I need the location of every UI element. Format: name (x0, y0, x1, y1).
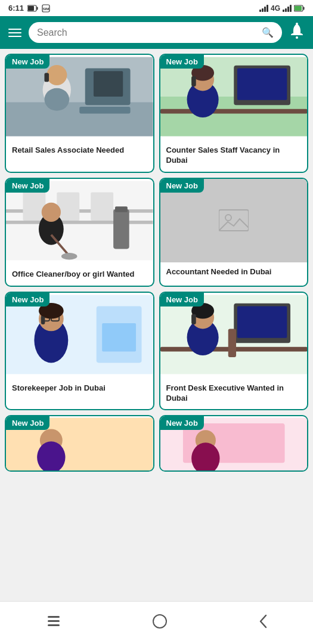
svg-rect-44 (102, 323, 136, 351)
svg-rect-1 (37, 7, 38, 10)
job-card-1[interactable]: New Job Retail Sales Associate Needed (5, 54, 154, 173)
status-bar: 6:11 SIM 4G (0, 0, 313, 16)
bottom-spacer (0, 476, 313, 518)
svg-rect-70 (48, 624, 60, 626)
battery-icon (27, 5, 38, 12)
sim-icon: SIM (42, 4, 50, 13)
svg-rect-11 (6, 102, 153, 136)
svg-point-39 (61, 253, 78, 259)
network-type: 4G (271, 4, 280, 13)
svg-rect-22 (237, 69, 286, 100)
job-card-4[interactable]: New Job Accountant Needed in Dubai (159, 178, 309, 287)
svg-rect-18 (44, 73, 49, 82)
new-job-badge-1: New Job (6, 55, 49, 69)
new-job-badge-5: New Job (6, 293, 49, 306)
svg-point-41 (225, 215, 231, 221)
placeholder-icon (219, 207, 249, 234)
svg-rect-27 (191, 76, 196, 86)
svg-rect-60 (228, 329, 235, 357)
job-card-3[interactable]: New Job Office Cleaner/boy or girl Wante… (5, 178, 154, 287)
signal-icon (259, 5, 268, 12)
nav-home-button[interactable] (140, 610, 179, 636)
svg-rect-32 (57, 192, 79, 220)
signal-icon-2 (283, 5, 292, 12)
svg-rect-34 (113, 209, 129, 249)
svg-text:SIM: SIM (43, 7, 49, 11)
app-header: 🔍 (0, 16, 313, 49)
svg-rect-54 (237, 306, 286, 338)
svg-point-37 (42, 202, 61, 221)
svg-rect-14 (79, 107, 130, 113)
svg-rect-40 (219, 210, 249, 231)
nav-menu-button[interactable] (33, 611, 74, 634)
search-input[interactable] (37, 27, 257, 38)
svg-rect-7 (295, 6, 302, 11)
new-job-badge-2: New Job (160, 55, 204, 69)
time-display: 6:11 (8, 4, 24, 13)
job-title-5: Storekeeper Job in Dubai (6, 379, 153, 400)
svg-point-16 (47, 65, 67, 85)
svg-rect-59 (191, 314, 196, 324)
new-job-badge-3: New Job (6, 179, 49, 193)
svg-point-8 (296, 36, 298, 39)
svg-rect-68 (48, 616, 60, 618)
svg-rect-33 (91, 192, 113, 220)
job-title-3: Office Cleaner/boy or girl Wanted (6, 265, 153, 286)
new-job-badge-7: New Job (6, 416, 49, 430)
job-title-6: Front Desk Executive Wanted in Dubai (160, 379, 308, 410)
job-card-5[interactable]: New Job Storekeeper Job in Dubai (5, 292, 154, 411)
job-card-6[interactable]: New Job Front Desk Executive Wanted in D… (159, 292, 309, 411)
job-card-8[interactable]: New Job (159, 415, 309, 472)
svg-point-63 (37, 442, 65, 472)
bottom-navigation (0, 601, 313, 644)
svg-rect-51 (41, 316, 45, 324)
search-icon: 🔍 (262, 27, 274, 38)
back-chevron-icon (258, 614, 268, 629)
hamburger-menu[interactable] (8, 29, 21, 37)
svg-rect-23 (160, 109, 308, 114)
bell-svg (289, 23, 305, 39)
job-card-2[interactable]: New Job Counter Sales Staff Vacancy in D… (159, 54, 309, 173)
new-job-badge-6: New Job (160, 293, 204, 306)
status-right: 4G (259, 4, 305, 13)
svg-rect-6 (303, 7, 305, 10)
new-job-badge-4: New Job (160, 179, 204, 193)
svg-rect-35 (115, 206, 128, 212)
svg-rect-13 (94, 71, 123, 97)
status-left: 6:11 SIM (8, 4, 50, 13)
job-grid: New Job Retail Sales Associate Needed Ne… (0, 49, 313, 476)
search-container[interactable]: 🔍 (29, 22, 282, 43)
svg-rect-2 (28, 6, 34, 11)
job-title-2: Counter Sales Staff Vacancy in Dubai (160, 141, 308, 172)
job-card-7[interactable]: New Job (5, 415, 154, 472)
home-circle-icon (152, 614, 168, 629)
svg-rect-31 (23, 192, 45, 220)
notification-bell[interactable] (289, 23, 305, 43)
svg-point-17 (44, 88, 69, 111)
new-job-badge-8: New Job (160, 416, 204, 430)
job-title-4: Accountant Needed in Dubai (160, 262, 308, 283)
job-title-1: Retail Sales Associate Needed (6, 141, 153, 162)
battery-icon-2 (294, 5, 305, 12)
nav-back-button[interactable] (246, 610, 280, 636)
svg-point-71 (153, 615, 166, 628)
svg-rect-30 (6, 221, 153, 224)
menu-lines-icon (45, 615, 62, 628)
svg-rect-69 (48, 620, 60, 622)
svg-rect-9 (296, 23, 298, 24)
